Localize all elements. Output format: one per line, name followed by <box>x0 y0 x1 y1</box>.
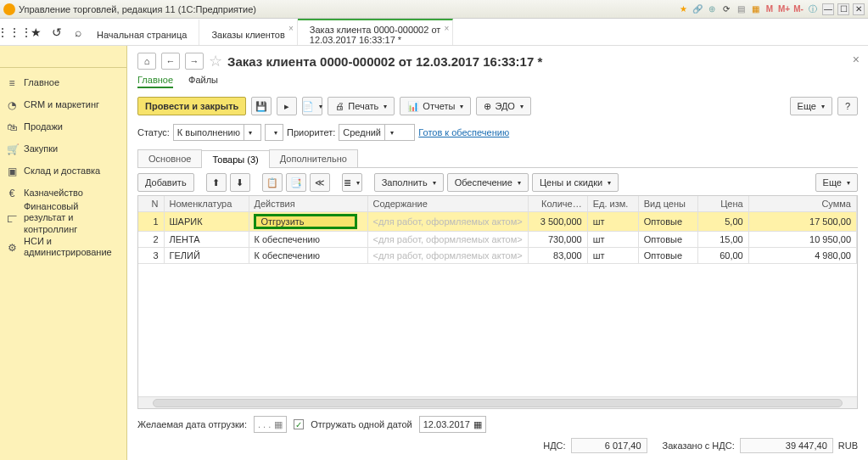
edo-button[interactable]: ⊕ ЭДО▾ <box>476 97 531 115</box>
sidebar-item-sales[interactable]: 🛍 Продажи <box>0 115 126 137</box>
prices-button[interactable]: Цены и скидки▾ <box>532 173 619 192</box>
mplus-icon[interactable]: M+ <box>778 3 790 15</box>
table-row[interactable]: 1ШАРИКОтгрузить<для работ, оформляемых а… <box>138 212 857 232</box>
col-nom[interactable]: Номенклатура <box>164 196 249 212</box>
col-act[interactable]: Действия <box>249 196 367 212</box>
close-button[interactable]: ✕ <box>853 3 865 15</box>
star-icon[interactable]: ★ <box>29 25 43 40</box>
calc-icon[interactable] <box>749 3 761 15</box>
history-icon[interactable]: ↺ <box>50 25 64 40</box>
create-from-button[interactable]: 📄▾ <box>302 97 322 115</box>
sidebar-item-nsi[interactable]: ⚙ НСИ и администрирование <box>0 233 126 261</box>
print-button[interactable]: 🖨 Печать▾ <box>328 97 395 115</box>
apps-icon[interactable]: ⋮⋮⋮ <box>7 25 22 40</box>
tab-order-close-icon[interactable]: × <box>444 24 449 33</box>
sidebar-label: Склад и доставка <box>24 165 100 176</box>
status-select[interactable]: К выполнению ▾ <box>173 124 261 141</box>
tab-orders[interactable]: Заказы клиентов × <box>199 19 297 45</box>
help-button[interactable]: ? <box>837 97 858 115</box>
col-sum[interactable]: Сумма <box>748 196 856 212</box>
move-up-button[interactable]: ⬆ <box>206 173 227 192</box>
copy-button[interactable]: 📋 <box>262 173 283 192</box>
inner-tab-main[interactable]: Основное <box>137 149 202 167</box>
sidebar-item-crm[interactable]: ◔ CRM и маркетинг <box>0 93 126 115</box>
total-value: 39 447,40 <box>740 438 833 453</box>
more-button[interactable]: Еще▾ <box>790 97 832 115</box>
cell-nom: ЛЕНТА <box>164 232 249 248</box>
link-icon[interactable]: 🔗 <box>692 3 703 15</box>
minimize-button[interactable]: — <box>822 3 834 15</box>
sidebar-item-treasury[interactable]: € Казначейство <box>0 182 126 204</box>
cell-sum: 10 950,00 <box>748 232 856 248</box>
share-button[interactable]: ≪ <box>310 173 330 192</box>
info-icon[interactable] <box>807 3 819 15</box>
action-cell-highlight[interactable]: Отгрузить <box>255 215 356 228</box>
content-close-icon[interactable]: × <box>853 53 860 66</box>
supply-button[interactable]: Обеспечение▾ <box>447 173 529 192</box>
col-content[interactable]: Содержание <box>367 196 528 212</box>
sidebar-item-warehouse[interactable]: ▣ Склад и доставка <box>0 160 126 182</box>
boxes-icon: ▣ <box>7 165 17 176</box>
sidebar-item-finresult[interactable]: ⫍ Финансовый результат и контроллинг <box>0 204 126 233</box>
tab-start[interactable]: Начальная страница <box>85 19 199 45</box>
cell-pricetype: Оптовые <box>638 248 697 264</box>
calendar-icon[interactable]: ▦ <box>473 419 482 430</box>
list-button[interactable]: ≣▾ <box>342 173 362 192</box>
col-price[interactable]: Цена <box>697 196 748 212</box>
add-row-button[interactable]: Добавить <box>137 173 194 192</box>
subtab-main[interactable]: Главное <box>137 75 173 88</box>
table-row[interactable]: 3ГЕЛИЙК обеспечению<для работ, оформляем… <box>138 248 857 264</box>
calendar-icon[interactable]: ▦ <box>274 419 283 430</box>
back-button[interactable]: ← <box>161 53 180 70</box>
post-and-close-button[interactable]: Провести и закрыть <box>137 97 246 115</box>
chevron-down-icon[interactable]: ▾ <box>244 125 257 140</box>
cell-act[interactable]: Отгрузить <box>249 212 367 232</box>
sidebar-item-purchase[interactable]: 🛒 Закупки <box>0 137 126 160</box>
inner-tab-goods[interactable]: Товары (3) <box>201 150 269 168</box>
mminus-icon[interactable]: M- <box>792 3 804 15</box>
ship-date-input[interactable]: . . . ▦ <box>254 416 287 433</box>
paste-button[interactable]: 📑 <box>286 173 306 192</box>
cell-qty: 730,000 <box>528 232 587 248</box>
subtab-files[interactable]: Файлы <box>188 75 218 88</box>
tab-orders-close-icon[interactable]: × <box>288 24 294 33</box>
total-label: Заказано с НДС: <box>663 440 735 451</box>
reports-button[interactable]: 📊 Отчеты▾ <box>400 97 471 115</box>
move-down-button[interactable]: ⬇ <box>230 173 250 192</box>
maximize-button[interactable]: ☐ <box>837 3 849 15</box>
ship-one-date-input[interactable]: 12.03.2017 ▦ <box>419 416 486 433</box>
ship-one-checkbox[interactable]: ✓ <box>294 419 304 429</box>
col-uom[interactable]: Ед. изм. <box>587 196 638 212</box>
status-extra-button[interactable]: ▾ <box>269 125 283 140</box>
col-qty[interactable]: Количе… <box>528 196 587 212</box>
globe-icon[interactable] <box>706 3 718 15</box>
fill-button[interactable]: Заполнить▾ <box>374 173 444 192</box>
post-button[interactable]: ▸ <box>277 97 297 115</box>
cell-price: 60,00 <box>697 248 748 264</box>
col-pricetype[interactable]: Вид цены <box>638 196 697 212</box>
search-icon[interactable]: ⌕ <box>70 25 85 40</box>
table-more-button[interactable]: Еще▾ <box>815 173 858 192</box>
loop-icon[interactable]: ⟳ <box>720 3 732 15</box>
cell-act[interactable]: К обеспечению <box>249 232 367 248</box>
favorite-button[interactable]: ☆ <box>209 53 222 70</box>
tab-order-detail[interactable]: Заказ клиента 0000-000002 от 12.03.2017 … <box>298 19 454 45</box>
cell-act[interactable]: К обеспечению <box>249 248 367 264</box>
m-icon[interactable]: M <box>764 3 776 15</box>
col-n[interactable]: N <box>138 196 164 212</box>
inner-tab-extra[interactable]: Дополнительно <box>269 149 358 167</box>
home-button[interactable]: ⌂ <box>137 53 156 70</box>
table-hscrollbar[interactable] <box>138 396 857 408</box>
grid-icon[interactable] <box>735 3 747 15</box>
chevron-down-icon[interactable]: ▾ <box>384 125 398 140</box>
priority-select[interactable]: Средний ▾ <box>339 124 415 141</box>
cell-uom: шт <box>587 248 638 264</box>
table-row[interactable]: 2ЛЕНТАК обеспечению<для работ, оформляем… <box>138 232 857 248</box>
cell-sum: 17 500,00 <box>748 212 856 232</box>
favorite-icon[interactable] <box>677 3 689 15</box>
sidebar-item-main[interactable]: ≡ Главное <box>0 71 126 93</box>
nds-value: 6 017,40 <box>571 438 647 453</box>
save-button[interactable]: 💾 <box>251 97 272 115</box>
supply-link[interactable]: Готов к обеспечению <box>418 127 509 137</box>
forward-button[interactable]: → <box>185 53 204 70</box>
